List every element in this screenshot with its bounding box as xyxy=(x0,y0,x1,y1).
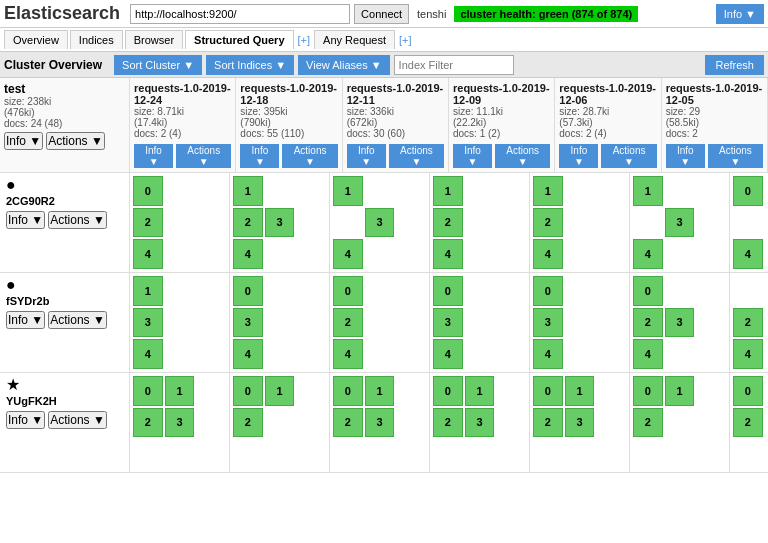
tab-indices[interactable]: Indices xyxy=(70,30,123,49)
idx4-info-button[interactable]: Info ▼ xyxy=(559,144,598,168)
cell-2CG90R2-idx06: 1 3 4 xyxy=(630,173,730,272)
shard: 0 xyxy=(133,176,163,206)
idx-size2-5: (58.5ki) xyxy=(666,117,763,128)
node-YUgFK2H-actions-button[interactable]: Actions ▼ xyxy=(48,411,107,429)
cell-YUgFK2H-idx05: 0 2 xyxy=(730,373,768,472)
shard: 4 xyxy=(233,339,263,369)
shard: 2 xyxy=(133,208,163,238)
tab-any-request[interactable]: Any Request xyxy=(314,30,395,49)
shard: 0 xyxy=(733,176,763,206)
shard: 0 xyxy=(533,276,563,306)
cell-fSYDr2b-idx18: 0 2 4 xyxy=(330,273,430,372)
shard: 0 xyxy=(233,276,263,306)
node-icon-YUgFK2H: ★ xyxy=(6,377,123,393)
shard: 1 xyxy=(265,376,295,406)
idx-name-4: requests-1.0-2019-12-06 xyxy=(559,82,656,106)
idx-size-2: size: 336ki xyxy=(347,106,444,117)
cell-fSYDr2b-idx06: 0 2 3 4 xyxy=(630,273,730,372)
test-info-button[interactable]: Info ▼ xyxy=(4,132,43,150)
idx0-info-button[interactable]: Info ▼ xyxy=(134,144,173,168)
cell-fSYDr2b-idx09: 0 3 4 xyxy=(530,273,630,372)
idx5-actions-button[interactable]: Actions ▼ xyxy=(708,144,763,168)
shard: 1 xyxy=(133,276,163,306)
shard: 1 xyxy=(565,376,595,406)
idx3-info-button[interactable]: Info ▼ xyxy=(453,144,492,168)
idx-docs-1: docs: 55 (110) xyxy=(240,128,337,139)
idx-size-3: size: 11.1ki xyxy=(453,106,550,117)
shard: 0 xyxy=(433,276,463,306)
info-button[interactable]: Info ▼ xyxy=(716,4,764,24)
shard: 0 xyxy=(733,376,763,406)
idx-docs-3: docs: 1 (2) xyxy=(453,128,550,139)
shard: 1 xyxy=(233,176,263,206)
idx-size-0: size: 8.71ki xyxy=(134,106,231,117)
idx2-info-button[interactable]: Info ▼ xyxy=(347,144,386,168)
node-2CG90R2-info-button[interactable]: Info ▼ xyxy=(6,211,45,229)
shard: 2 xyxy=(233,408,263,438)
shard: 4 xyxy=(333,239,363,269)
logo: Elasticsearch xyxy=(4,3,120,24)
shard: 1 xyxy=(365,376,395,406)
cell-fSYDr2b-idx11: 0 3 4 xyxy=(430,273,530,372)
shard: 4 xyxy=(733,239,763,269)
shard: 3 xyxy=(665,208,695,238)
shard: 2 xyxy=(333,308,363,338)
shard: 3 xyxy=(365,208,395,238)
idx-size-4: size: 28.7ki xyxy=(559,106,656,117)
shard: 0 xyxy=(533,376,563,406)
tab-browser[interactable]: Browser xyxy=(125,30,183,49)
cell-YUgFK2H-idx09: 0 1 2 3 xyxy=(530,373,630,472)
idx-docs-2: docs: 30 (60) xyxy=(347,128,444,139)
test-index-name: test xyxy=(4,82,125,96)
shard: 3 xyxy=(133,308,163,338)
idx2-actions-button[interactable]: Actions ▼ xyxy=(389,144,444,168)
view-aliases-button[interactable]: View Aliases ▼ xyxy=(298,55,390,75)
shard: 3 xyxy=(465,408,495,438)
idx-size2-0: (17.4ki) xyxy=(134,117,231,128)
shard: 1 xyxy=(533,176,563,206)
shard: 4 xyxy=(133,339,163,369)
sort-indices-button[interactable]: Sort Indices ▼ xyxy=(206,55,294,75)
shard: 0 xyxy=(433,376,463,406)
shard: 3 xyxy=(365,408,395,438)
tab-structured-query[interactable]: Structured Query xyxy=(185,30,293,49)
structured-query-plus[interactable]: [+] xyxy=(298,34,311,46)
shard: 3 xyxy=(265,208,295,238)
index-filter-input[interactable] xyxy=(394,55,514,75)
shard: 2 xyxy=(133,408,163,438)
idx0-actions-button[interactable]: Actions ▼ xyxy=(176,144,231,168)
idx-docs-5: docs: 2 xyxy=(666,128,763,139)
shard: 2 xyxy=(633,308,663,338)
idx-size-1: size: 395ki xyxy=(240,106,337,117)
cell-2CG90R2-idx05: 0 4 xyxy=(730,173,768,272)
node-2CG90R2-actions-button[interactable]: Actions ▼ xyxy=(48,211,107,229)
sort-cluster-button[interactable]: Sort Cluster ▼ xyxy=(114,55,202,75)
idx-size2-1: (790ki) xyxy=(240,117,337,128)
idx1-info-button[interactable]: Info ▼ xyxy=(240,144,279,168)
idx-size-5: size: 29 xyxy=(666,106,763,117)
shard: 1 xyxy=(465,376,495,406)
idx3-actions-button[interactable]: Actions ▼ xyxy=(495,144,550,168)
any-request-plus[interactable]: [+] xyxy=(399,34,412,46)
idx5-info-button[interactable]: Info ▼ xyxy=(666,144,705,168)
node-YUgFK2H-info-button[interactable]: Info ▼ xyxy=(6,411,45,429)
idx-docs-4: docs: 2 (4) xyxy=(559,128,656,139)
url-input[interactable] xyxy=(130,4,350,24)
idx1-actions-button[interactable]: Actions ▼ xyxy=(282,144,337,168)
shard: 4 xyxy=(633,339,663,369)
shard: 1 xyxy=(633,176,663,206)
shard: 3 xyxy=(233,308,263,338)
node-fSYDr2b-info-button[interactable]: Info ▼ xyxy=(6,311,45,329)
cluster-health-badge: cluster health: green (874 of 874) xyxy=(454,6,638,22)
idx4-actions-button[interactable]: Actions ▼ xyxy=(601,144,656,168)
cell-fSYDr2b-idx24: 0 3 4 xyxy=(230,273,330,372)
cell-YUgFK2H-idx11: 0 1 2 3 xyxy=(430,373,530,472)
shard: 2 xyxy=(733,408,763,438)
test-actions-button[interactable]: Actions ▼ xyxy=(46,132,105,150)
shard: 1 xyxy=(165,376,195,406)
shard: 2 xyxy=(733,308,763,338)
refresh-button[interactable]: Refresh xyxy=(705,55,764,75)
connect-button[interactable]: Connect xyxy=(354,4,409,24)
node-fSYDr2b-actions-button[interactable]: Actions ▼ xyxy=(48,311,107,329)
tab-overview[interactable]: Overview xyxy=(4,30,68,49)
